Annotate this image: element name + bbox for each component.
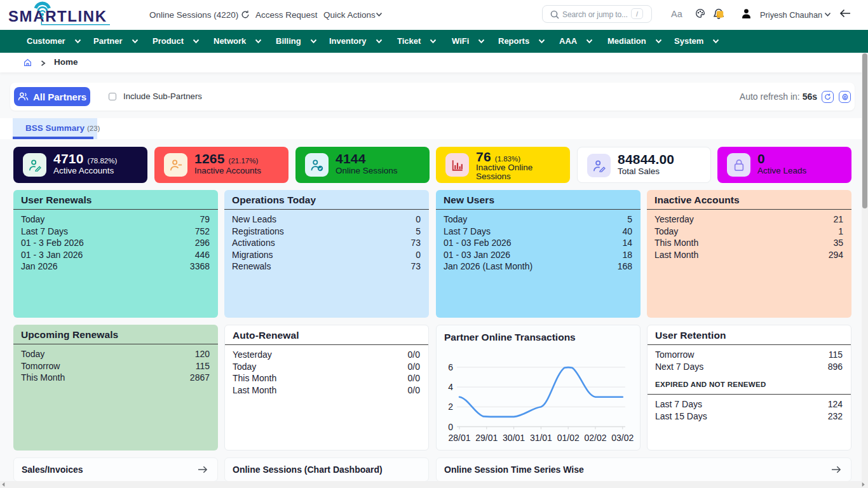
svg-text:31/01: 31/01 [530,433,552,443]
svg-text:2: 2 [448,402,453,412]
svg-text:29/01: 29/01 [475,433,498,443]
svg-text:SMARTLINK: SMARTLINK [8,8,107,25]
svg-text:28/01: 28/01 [448,433,470,443]
svg-text:01/02: 01/02 [557,433,580,443]
svg-text:4: 4 [448,382,453,392]
svg-text:30/01: 30/01 [503,433,525,443]
svg-text:03/02: 03/02 [611,433,634,443]
svg-text:0: 0 [448,422,453,432]
svg-text:6: 6 [448,362,453,372]
svg-text:02/02: 02/02 [584,433,606,443]
